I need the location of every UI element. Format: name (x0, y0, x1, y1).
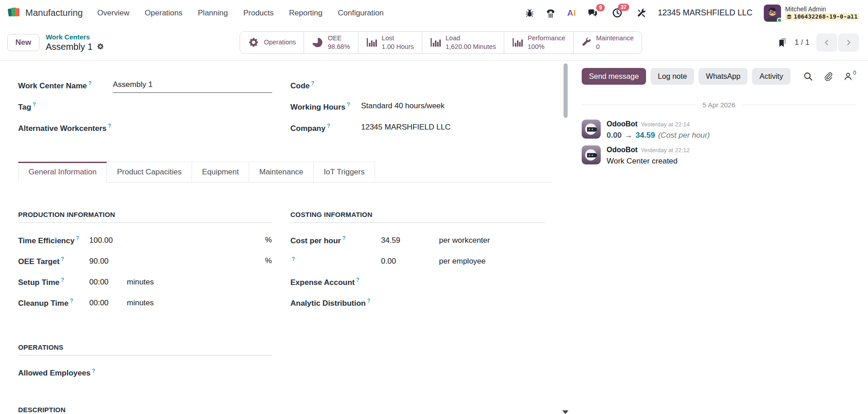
help-icon[interactable]: ? (292, 256, 295, 262)
activity-button[interactable]: Activity (752, 68, 790, 85)
bug-icon[interactable] (525, 8, 534, 18)
help-icon[interactable]: ? (70, 298, 73, 304)
working-hours-label: Working Hours? (290, 101, 361, 113)
cleanup-time-input[interactable]: 00:00 (89, 298, 109, 307)
help-icon[interactable]: ? (88, 80, 92, 87)
pager-previous-button[interactable] (816, 34, 837, 52)
tab-product-capacities[interactable]: Product Capacities (107, 162, 192, 182)
code-label: Code? (290, 80, 361, 91)
analytic-distribution-label: Analytic Distribution? (290, 297, 381, 309)
bar-chart-icon (366, 37, 377, 48)
chatter-panel: Send message Log note WhatsApp Activity (569, 61, 868, 414)
menu-configuration[interactable]: Configuration (338, 9, 384, 18)
pager-counter: 1 / 1 (795, 38, 810, 47)
tab-iot-triggers[interactable]: IoT Triggers (314, 162, 375, 182)
scrollbar-thumb[interactable] (564, 63, 568, 118)
section-title: COSTING INFORMATION (290, 211, 545, 223)
oee-target-input[interactable]: 90.00 (89, 256, 109, 267)
help-icon[interactable]: ? (342, 235, 345, 241)
work-center-name-input[interactable]: Assembly 1 (113, 80, 272, 93)
menu-overview[interactable]: Overview (97, 9, 130, 18)
help-icon[interactable]: ? (92, 368, 95, 374)
help-icon[interactable]: ? (108, 123, 111, 129)
menu-products[interactable]: Products (243, 9, 274, 18)
notebook-tabs: General Information Product Capacities E… (18, 162, 552, 183)
main-menu: Overview Operations Planning Products Re… (97, 9, 384, 18)
user-menu[interactable]: Mitchell Admin 106432268-19-0-a11 (764, 5, 859, 22)
help-icon[interactable]: ? (33, 101, 36, 108)
cost-per-hour-input[interactable]: 34.59 (381, 236, 439, 246)
time-efficiency-label: Time Efficiency? (18, 235, 89, 246)
control-panel: New Work Centers Assembly 1 Operations (0, 26, 868, 61)
breadcrumb-work-centers[interactable]: Work Centers (46, 33, 104, 41)
stat-load[interactable]: Load 1,620.00 Minutes (422, 32, 504, 53)
help-icon[interactable]: ? (311, 80, 314, 87)
tracking-old-value: 0.00 (607, 131, 622, 140)
scroll-down-arrow-icon[interactable] (562, 410, 569, 414)
cleanup-time-label: Cleanup Time? (18, 297, 89, 309)
stat-operations[interactable]: Operations (240, 32, 304, 53)
stat-performance[interactable]: Performance 100% (504, 32, 573, 53)
setup-time-input[interactable]: 00:00 (89, 278, 109, 286)
record-title: Assembly 1 (46, 41, 92, 52)
help-icon[interactable]: ? (356, 277, 359, 283)
help-icon[interactable]: ? (367, 298, 370, 304)
cost-per-employee-input[interactable]: 0.00 (381, 256, 439, 267)
tab-equipment[interactable]: Equipment (192, 162, 249, 182)
online-status-dot (777, 18, 782, 23)
tab-maintenance[interactable]: Maintenance (249, 162, 313, 182)
top-navbar: Manufacturing Overview Operations Planni… (0, 0, 868, 26)
attachment-paperclip-icon[interactable] (824, 72, 833, 81)
stat-buttons: Operations OEE 98.68% Lost 1.00 Hours (240, 31, 641, 54)
followers-button[interactable]: 0 (844, 72, 856, 81)
app-switcher[interactable]: Manufacturing (7, 5, 83, 21)
message-author[interactable]: OdooBot (607, 145, 637, 155)
company-input[interactable]: 12345 MARSHFIELD LLC (361, 122, 535, 133)
help-icon[interactable]: ? (76, 235, 79, 241)
log-note-button[interactable]: Log note (651, 68, 694, 85)
tracking-field-name: (Cost per hour) (658, 131, 710, 140)
help-icon[interactable]: ? (61, 256, 64, 262)
unit-label: per employee (439, 257, 545, 266)
messages-icon[interactable]: 9 (587, 8, 598, 18)
pager-next-button[interactable] (838, 34, 859, 52)
active-company[interactable]: 12345 MARSHFIELD LLC (658, 8, 752, 18)
message-author[interactable]: OdooBot (607, 120, 637, 129)
database-badge: 106432268-19-0-a11 (785, 13, 859, 20)
search-messages-icon[interactable] (803, 72, 813, 81)
stat-lost[interactable]: Lost 1.00 Hours (358, 32, 422, 53)
help-icon[interactable]: ? (327, 123, 330, 129)
form-scrollbar[interactable] (562, 61, 569, 414)
help-icon[interactable]: ? (61, 277, 64, 283)
tracking-change: 0.00→34.59(Cost per hour) (607, 130, 710, 140)
app-name: Manufacturing (25, 8, 83, 18)
send-message-button[interactable]: Send message (582, 68, 646, 85)
menu-planning[interactable]: Planning (198, 9, 228, 18)
working-hours-input[interactable]: Standard 40 hours/week (361, 101, 535, 111)
unit-label: % (265, 256, 272, 267)
action-menu-gear-icon[interactable] (96, 43, 104, 50)
bar-chart-icon (430, 37, 441, 48)
help-icon[interactable]: ? (347, 101, 350, 108)
bookmark-icon[interactable] (777, 37, 788, 48)
stat-maintenance[interactable]: Maintenance 0 (573, 32, 641, 53)
work-center-name-label: Work Center Name? (18, 80, 113, 91)
whatsapp-button[interactable]: WhatsApp (699, 68, 747, 85)
menu-reporting[interactable]: Reporting (289, 9, 323, 18)
activities-clock-icon[interactable]: 37 (612, 8, 622, 18)
voip-phone-icon[interactable] (545, 8, 556, 18)
tab-general-information[interactable]: General Information (18, 162, 107, 183)
costing-information-section: COSTING INFORMATION Cost per hour? 34.59… (290, 211, 545, 318)
ai-icon[interactable]: AI (567, 8, 576, 18)
production-information-section: PRODUCTION INFORMATION Time Efficiency? … (18, 211, 272, 318)
new-button[interactable]: New (7, 34, 39, 51)
time-efficiency-input[interactable]: 100.00 (89, 236, 113, 246)
chevron-left-icon (823, 39, 830, 46)
allowed-employees-label: Allowed Employees? (18, 369, 95, 377)
unit-label: per workcenter (439, 236, 545, 245)
tools-icon[interactable] (637, 8, 646, 18)
stat-oee[interactable]: OEE 98.68% (304, 32, 357, 53)
alternative-workcenters-label: Alternative Workcenters? (18, 122, 113, 134)
menu-operations[interactable]: Operations (145, 9, 183, 18)
user-name: Mitchell Admin (785, 5, 859, 14)
